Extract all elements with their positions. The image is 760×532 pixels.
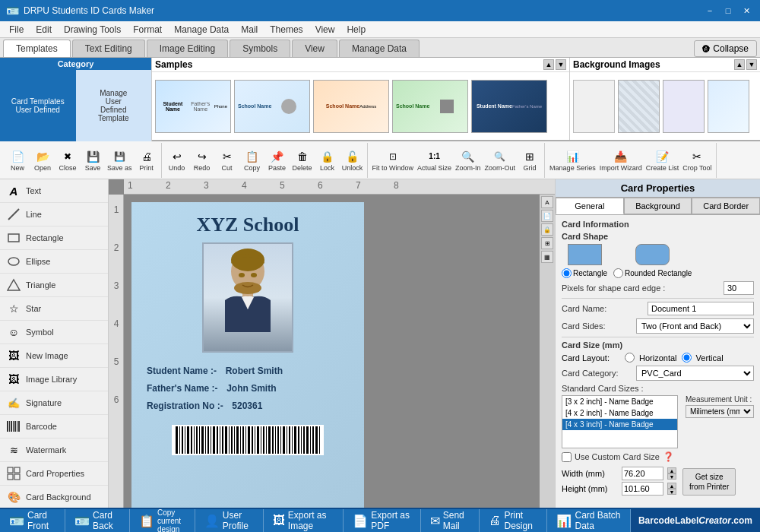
menu-edit[interactable]: Edit: [30, 23, 58, 36]
toolbar-btn-delete[interactable]: 🗑Delete: [290, 147, 315, 173]
tool-card-background[interactable]: 🎨 Card Background: [0, 486, 108, 508]
toolbar-btn-grid[interactable]: ⊞Grid: [518, 147, 542, 173]
bg-scroll-up[interactable]: ▲: [734, 59, 745, 70]
cat-btn-card-templates[interactable]: Card Templates User Defined: [0, 70, 76, 141]
toolbar-btn-fit-window[interactable]: ⊡Fit to Window: [371, 147, 416, 173]
bottom-btn-user-profile[interactable]: 👤 User Profile: [195, 509, 264, 532]
tool-image-library[interactable]: 🖼 Image Library: [0, 368, 108, 391]
menu-file[interactable]: File: [3, 23, 30, 36]
sample-thumb-4[interactable]: School Name: [392, 80, 468, 133]
tab-card-border[interactable]: Card Border: [692, 198, 760, 214]
side-tool-btn-3[interactable]: 🔒: [541, 223, 553, 236]
bottom-btn-card-back[interactable]: 🪪 Card Back: [65, 509, 130, 532]
bg-thumb-1[interactable]: [573, 80, 615, 133]
bottom-btn-card-batch[interactable]: 📊 Card Batch Data: [547, 509, 630, 532]
tool-symbol[interactable]: ☺ Symbol: [0, 321, 108, 344]
tool-barcode[interactable]: Barcode: [0, 415, 108, 439]
menu-view[interactable]: View: [309, 23, 341, 36]
tab-image-editing[interactable]: Image Editing: [147, 40, 228, 57]
tab-templates[interactable]: Templates: [3, 40, 71, 57]
toolbar-btn-zoom-in[interactable]: 🔍Zoom-In: [454, 147, 483, 173]
toolbar-btn-create-list[interactable]: 📝Create List: [644, 147, 681, 173]
menu-drawing-tools[interactable]: Drawing Tools: [58, 23, 127, 36]
pixels-input[interactable]: [724, 281, 754, 295]
toolbar-btn-zoom-out[interactable]: 🔍Zoom-Out: [483, 147, 518, 173]
toolbar-btn-new[interactable]: 📄New: [5, 147, 30, 173]
sample-thumb-5[interactable]: Student Name Father's Name: [471, 80, 547, 133]
toolbar-btn-print[interactable]: 🖨Print: [135, 147, 159, 173]
toolbar-btn-cut[interactable]: ✂Cut: [215, 147, 239, 173]
height-stepper[interactable]: ▲ ▼: [667, 483, 676, 495]
tool-star[interactable]: ☆ Star: [0, 297, 108, 321]
tool-triangle[interactable]: Triangle: [0, 274, 108, 297]
bottom-btn-card-front[interactable]: 🪪 Card Front: [0, 509, 65, 532]
get-printer-button[interactable]: Get size from Printer: [682, 468, 736, 496]
menu-format[interactable]: Format: [127, 23, 168, 36]
tab-view[interactable]: View: [292, 40, 337, 57]
shape-rounded-radio[interactable]: [613, 268, 623, 278]
toolbar-btn-redo[interactable]: ↪Redo: [190, 147, 214, 173]
custom-size-checkbox[interactable]: [562, 452, 572, 462]
sample-thumb-1[interactable]: Student Name Father's Name Phone: [155, 80, 231, 133]
bottom-btn-export-image[interactable]: 🖼 Export as Image: [264, 509, 344, 532]
toolbar-btn-crop-tool[interactable]: ✂Crop Tool: [681, 147, 713, 173]
bottom-btn-copy-design[interactable]: 📋 Copy current design: [130, 509, 195, 532]
tool-new-image[interactable]: 🖼 New Image: [0, 344, 108, 368]
layout-v-radio[interactable]: [682, 353, 692, 363]
card-sides-select[interactable]: Two (Front and Back) One (Front only): [636, 318, 754, 334]
bg-thumb-4[interactable]: [708, 80, 749, 133]
card-name-input[interactable]: [648, 302, 754, 315]
side-tool-btn-1[interactable]: A: [541, 196, 553, 208]
samples-scroll-up[interactable]: ▲: [543, 59, 554, 70]
toolbar-btn-save-as[interactable]: 💾Save as: [106, 147, 134, 173]
sample-thumb-3[interactable]: School Name Address: [313, 80, 389, 133]
toolbar-btn-open[interactable]: 📂Open: [30, 147, 55, 173]
width-input[interactable]: [622, 467, 663, 480]
toolbar-btn-undo[interactable]: ↩Undo: [165, 147, 189, 173]
tool-signature[interactable]: ✍ Signature: [0, 391, 108, 415]
toolbar-btn-unlock[interactable]: 🔓Unlock: [340, 147, 365, 173]
cat-btn-manage-template[interactable]: Manage User Defined Template: [76, 70, 152, 141]
tool-ellipse[interactable]: Ellipse: [0, 250, 108, 274]
side-tool-btn-2[interactable]: 📄: [541, 210, 553, 222]
tool-rectangle[interactable]: Rectangle: [0, 226, 108, 250]
minimize-button[interactable]: −: [702, 3, 717, 18]
toolbar-btn-manage-series[interactable]: 📊Manage Series: [548, 147, 597, 173]
menu-help[interactable]: Help: [340, 23, 372, 36]
size-item-3[interactable]: [4 x 3 inch] - Name Badge: [562, 419, 677, 430]
sample-thumb-2[interactable]: School Name: [234, 80, 310, 133]
side-tool-btn-4[interactable]: ⊞: [541, 237, 553, 249]
maximize-button[interactable]: □: [720, 3, 736, 18]
menu-themes[interactable]: Themes: [264, 23, 309, 36]
bg-thumb-2[interactable]: [618, 80, 660, 133]
tab-text-editing[interactable]: Text Editing: [72, 40, 145, 57]
bottom-btn-send-mail[interactable]: ✉ Send Mail: [421, 509, 480, 532]
samples-scroll-down[interactable]: ▼: [556, 59, 566, 70]
width-stepper[interactable]: ▲ ▼: [667, 467, 676, 480]
toolbar-btn-save[interactable]: 💾Save: [81, 147, 105, 173]
tab-general[interactable]: General: [556, 198, 624, 214]
menu-manage-data[interactable]: Manage Data: [168, 23, 235, 36]
toolbar-btn-close[interactable]: ✖Close: [55, 147, 80, 173]
size-item-1[interactable]: [3 x 2 inch] - Name Badge: [562, 396, 677, 407]
toolbar-btn-paste[interactable]: 📌Paste: [265, 147, 290, 173]
toolbar-btn-import-wizard[interactable]: 📥Import Wizard: [598, 147, 644, 173]
close-button[interactable]: ✕: [739, 3, 754, 18]
layout-h-radio[interactable]: [625, 353, 635, 363]
measurement-select[interactable]: Milimeters (mm) Inches (in) Pixels (px): [686, 405, 754, 418]
card-category-select[interactable]: PVC_Card Paper_Card: [636, 366, 754, 381]
tool-line[interactable]: Line: [0, 203, 108, 226]
tool-card-properties[interactable]: Card Properties: [0, 462, 108, 486]
tab-manage-data[interactable]: Manage Data: [339, 40, 420, 57]
collapse-button[interactable]: 🅐 Collapse: [694, 40, 757, 57]
toolbar-btn-copy[interactable]: 📋Copy: [240, 147, 264, 173]
tab-background[interactable]: Background: [624, 198, 692, 214]
tab-symbols[interactable]: Symbols: [230, 40, 290, 57]
size-item-2[interactable]: [4 x 2 inch] - Name Badge: [562, 407, 677, 419]
bottom-btn-export-pdf[interactable]: 📄 Export as PDF: [344, 509, 420, 532]
toolbar-btn-lock[interactable]: 🔒Lock: [315, 147, 340, 173]
side-tool-btn-5[interactable]: ▦: [541, 251, 553, 263]
menu-mail[interactable]: Mail: [235, 23, 264, 36]
tool-text[interactable]: A Text: [0, 179, 108, 203]
tool-watermark[interactable]: ≋ Watermark: [0, 439, 108, 462]
